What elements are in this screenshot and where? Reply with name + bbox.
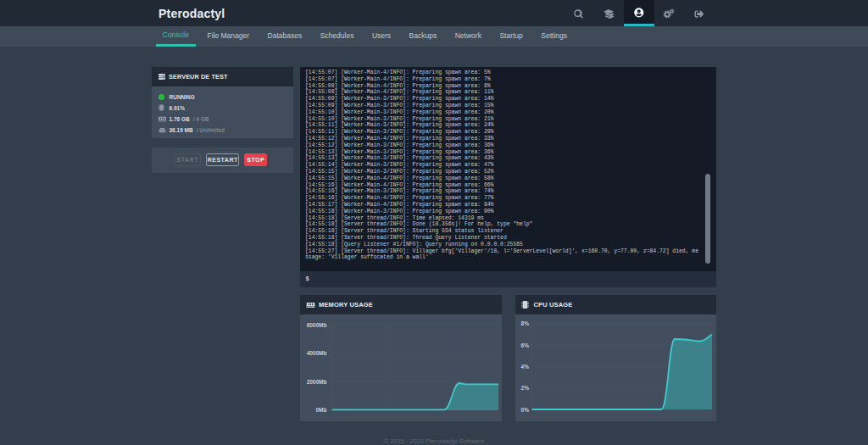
svg-text:0%: 0% <box>520 407 529 413</box>
svg-text:2%: 2% <box>520 385 529 391</box>
svg-text:4000Mb: 4000Mb <box>306 350 326 356</box>
svg-text:4%: 4% <box>520 364 529 370</box>
svg-text:0Mb: 0Mb <box>315 407 326 413</box>
svg-text:6%: 6% <box>520 342 529 348</box>
svg-text:2000Mb: 2000Mb <box>306 379 326 385</box>
svg-text:6000Mb: 6000Mb <box>306 322 326 328</box>
svg-text:8%: 8% <box>520 320 529 326</box>
